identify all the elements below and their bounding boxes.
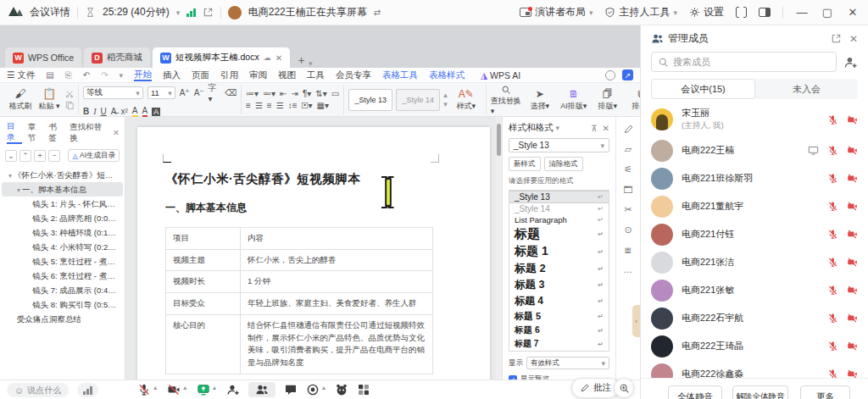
menu-page[interactable]: 页面 [192,69,209,81]
table-row[interactable]: 核心目的结合怀仁县恒穗通信有限责任公司通过短视频特效制作，展示怀仁小米的产品特色… [166,314,433,374]
paste-button[interactable]: 📋 粘贴 ▾ [36,87,62,112]
member-row[interactable]: 电商221付钰 [641,220,868,248]
fullscreen-icon[interactable] [736,7,747,18]
outdent-icon[interactable]: ⇤ [280,89,287,98]
unmute-all-button[interactable]: 解除全体静音 [732,385,788,399]
camera-options-chevron-icon[interactable]: ▲ [182,385,188,391]
meeting-timer[interactable]: 25:29 (40分钟) [103,5,170,19]
assistant-button[interactable] [335,383,348,396]
apps-button[interactable] [357,383,370,396]
menu-table-style[interactable]: 表格样式 [429,69,465,81]
highlight-color-button[interactable]: A [132,106,138,117]
select-button[interactable]: ➤ 选择▾ [525,88,555,112]
share-doc-button[interactable]: ↗ [622,69,633,80]
text-direction-icon[interactable]: ¶▾ [303,89,311,98]
camera-muted-icon[interactable] [847,229,858,240]
record-options-chevron-icon[interactable]: ▲ [321,385,327,391]
outline-item[interactable]: 受众痛点洞察总结 [2,312,123,326]
collapse-all-button[interactable]: ⌄ [5,150,17,162]
member-row[interactable]: 宋玉丽 (主持人, 我) [641,103,868,136]
member-row[interactable]: 电商222石宇航 [641,304,868,332]
outline-item[interactable]: 镜头 5: 烹饪过程 - 煮粥准... [2,254,123,269]
shapes-tool-icon[interactable]: ✂ [624,204,632,215]
document-page[interactable]: 《怀仁小米·舌尖醇香》短视频脚本 一、脚本基本信息 项目内容 视频主题怀仁小米，… [137,127,490,399]
justify-icon[interactable]: ☰ [276,101,284,110]
copy-icon[interactable] [65,101,74,109]
chat-button[interactable] [284,383,298,396]
style-item[interactable]: List Paragraph↵ [509,214,609,225]
adjust-tool-icon[interactable]: ⚟ [624,164,632,175]
menu-insert[interactable]: 插入 [163,69,181,81]
style-item[interactable]: 标题 1↵ [509,243,609,260]
host-tools-button[interactable]: 主持人工具▾ [604,5,677,19]
new-tab-button[interactable]: ＋ [296,53,307,68]
table-row[interactable]: 视频时长1 分钟 [166,271,433,293]
nav-tab-toc[interactable]: 目录 [7,121,22,144]
more-chevron-icon[interactable]: ▾ [120,71,124,80]
select-tool-icon[interactable]: ▱ [625,144,632,155]
mic-muted-icon[interactable] [827,257,838,268]
gallery-up-icon[interactable]: ▴ [443,91,448,99]
menu-member[interactable]: 会员专享 [336,69,371,81]
style-pane-chevron-icon[interactable]: ▾ [556,124,560,132]
clear-format-icon[interactable]: ⌫ [225,88,236,97]
cut-icon[interactable] [65,90,74,98]
menu-reference[interactable]: 引用 [220,69,238,81]
outline-item[interactable]: 镜头 1: 片头 - 怀仁风光 (0:... [2,197,123,211]
nav-tab-bookmark[interactable]: 书签 [48,122,64,144]
mic-muted-icon[interactable] [827,201,838,212]
line-spacing-icon[interactable]: ↕≡ [288,101,298,110]
scrollbar-thumb[interactable] [497,124,501,156]
members-button[interactable] [248,382,275,397]
camera-muted-icon[interactable] [847,114,858,125]
page-setup-icon[interactable]: ▭ [331,89,339,98]
mute-all-button[interactable]: 全体静音 [668,385,722,399]
decrease-font-icon[interactable]: A⁻ [194,88,204,97]
style-item[interactable]: 标题 6↵ [509,324,609,337]
doc-info-table[interactable]: 项目内容 视频主题怀仁小米，舌尖上的醇香 视频时长1 分钟 目标受众年轻上班族、… [165,227,433,374]
settings-button[interactable]: 设置 [689,5,724,19]
member-row[interactable]: 电商221董航宇 [641,192,868,220]
find-replace-button[interactable]: 查找替换▾ [491,85,521,115]
image-tool-icon[interactable]: 🗔 [624,185,633,195]
tab-not-joined[interactable]: 未入会 [755,79,858,99]
close-nav-icon[interactable]: ✕ [113,128,120,137]
style-item-selected[interactable]: _Style 13↵ [509,191,609,203]
pin-icon[interactable]: ⊼ [591,124,597,133]
style-item[interactable]: 标题 2↵ [509,260,609,277]
underline-button[interactable]: U [101,107,107,116]
menu-view[interactable]: 视图 [278,69,296,81]
indent-icon[interactable]: ⇥ [292,89,298,98]
popout-panel-icon[interactable] [831,33,842,44]
popout-icon[interactable] [203,7,214,18]
style-chip-style13[interactable]: _Style 13 [348,89,392,111]
font-color-button[interactable]: A [142,106,148,117]
outline-item[interactable]: 镜头 4: 小米特写 (0:27-0:3... [2,240,123,254]
maximize-button[interactable]: ▢ [821,6,834,19]
member-row[interactable]: 电商221班徐斯羽 [641,164,868,192]
ai-typeset-button[interactable]: 🗎 AI排版▾ [559,88,589,112]
align-center-icon[interactable]: ☰ [255,101,263,110]
file-menu[interactable]: ☰ 文件 [7,69,35,81]
close-panel-icon[interactable]: ✕ [849,33,858,45]
zoom-floating-button[interactable] [614,378,634,398]
wps-ai-button[interactable]: ◮ WPS AI [481,70,520,80]
table-row[interactable]: 目标受众年轻上班族、家庭主妇、美食爱好者、养生人群 [166,293,433,315]
style-item[interactable]: 标题↵ [509,225,609,243]
outline-item-selected[interactable]: ▾一、脚本基本信息 [2,182,123,197]
expand-all-button[interactable]: ⌃ [19,150,31,162]
styles-button[interactable]: A✎ 样式▾ [451,88,481,112]
member-row[interactable]: 电商222王楠 [641,136,868,164]
typeset-button[interactable]: 🗍 排版▾ [593,88,623,112]
tab-docer[interactable]: D 稻壳商城 [84,47,150,68]
mic-muted-icon[interactable] [827,313,838,324]
text-effects-icon[interactable]: 字▾ [209,82,220,103]
screen-share-button[interactable]: ▲ [197,383,218,396]
nav-tab-find[interactable]: 查找和替换 [70,122,107,144]
minimize-button[interactable]: — [795,6,809,19]
quick-chat-pill[interactable]: ☺ 说点什么 [7,383,69,397]
camera-muted-icon[interactable] [847,257,858,268]
camera-button[interactable]: ▲ [167,383,188,396]
style-item[interactable]: _Style 14↵ [509,203,609,214]
menu-review[interactable]: 审阅 [249,69,267,81]
